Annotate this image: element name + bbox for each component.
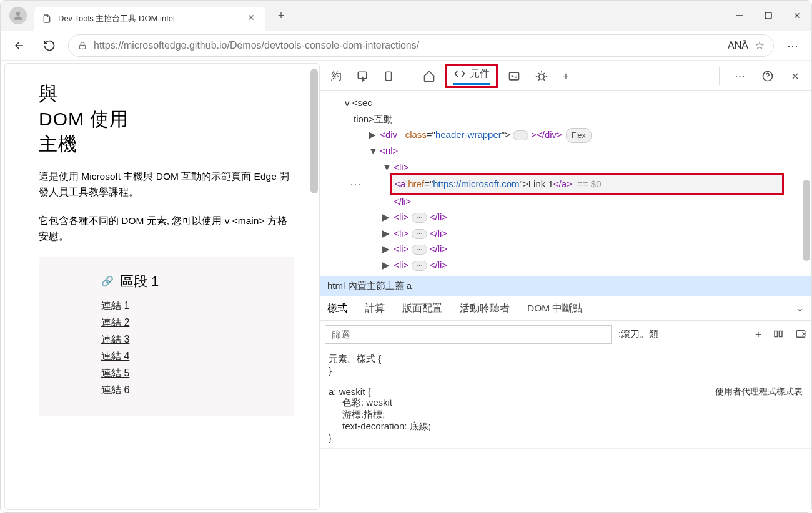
dom-line[interactable]: tion>互動 [354, 111, 811, 127]
minimize-button[interactable] [725, 3, 754, 28]
flexbox-editor-icon[interactable] [773, 328, 784, 341]
page-pane: 與 DOM 使用 主機 這是使用 Microsoft 主機與 DOM 互動的示範… [4, 63, 320, 510]
page-icon [42, 14, 52, 24]
url-text: https://microsoftedge.github.io/Demos/de… [94, 40, 721, 51]
more-tools-button[interactable]: ⋯ [730, 64, 750, 89]
styles-tabs: 樣式 計算 版面配置 活動聆聽者 DOM 中斷點 ⌄ [320, 296, 811, 321]
svg-rect-6 [510, 72, 519, 80]
window-controls [725, 3, 811, 28]
hov-cls-label[interactable]: :滾刀。類 [618, 328, 658, 340]
style-rule-inline[interactable]: 元素。樣式 { } [320, 348, 811, 381]
page-paragraph-1: 這是使用 Microsoft 主機與 DOM 互動的示範頁面 Edge 開發人員… [39, 169, 294, 200]
devtools-tabs: 約 元件 + ⋯ [320, 61, 811, 91]
page-paragraph-2: 它包含各種不同的 DOM 元素, 您可以使用 v <main> 方格 安慰。 [39, 213, 294, 245]
address-bar[interactable]: https://microsoftedge.github.io/Demos/de… [68, 34, 774, 57]
svg-rect-2 [765, 12, 771, 19]
devtools-pane: 約 元件 + ⋯ v <sec tion>互動 [320, 61, 811, 512]
section-heading: 🔗 區段 1 [101, 272, 275, 291]
svg-rect-5 [386, 72, 392, 81]
ua-stylesheet-label: 使用者代理程式樣式表 [715, 386, 803, 398]
styles-tab-styles[interactable]: 樣式 [327, 302, 347, 315]
section-link[interactable]: 連結 5 [101, 367, 275, 380]
dom-breadcrumb[interactable]: html 內置主節上蓋 a [320, 276, 811, 296]
add-tab-button[interactable]: + [558, 64, 574, 89]
back-button[interactable] [8, 34, 31, 57]
devtools-tab-elements[interactable]: 元件 [445, 64, 498, 88]
dom-line[interactable]: ▶ <li> ⋯ </li> [382, 225, 811, 242]
section-links: 連結 1 連結 2 連結 3 連結 4 連結 5 連結 6 [101, 300, 275, 397]
home-icon[interactable] [418, 64, 440, 89]
styles-tab-layout[interactable]: 版面配置 [402, 302, 442, 315]
dom-line[interactable]: ▶ <li> ⋯ </li> [382, 257, 811, 273]
new-style-icon[interactable]: + [755, 328, 761, 341]
style-rule-ua[interactable]: 使用者代理程式樣式表 a: weskit { 色彩: weskit 游標:指標;… [320, 381, 811, 449]
devtools-tab-welcome[interactable]: 約 [326, 64, 347, 89]
maximize-button[interactable] [754, 3, 783, 28]
svg-rect-3 [79, 45, 85, 49]
dom-line[interactable]: ▶ <div class="header-wrapper"> ⋯ ></div>… [369, 127, 811, 143]
device-icon[interactable] [378, 64, 399, 89]
svg-point-7 [539, 74, 544, 79]
titlebar: Dev Tools 主控台工具 DOM intel + [1, 1, 811, 31]
content-row: 與 DOM 使用 主機 這是使用 Microsoft 主機與 DOM 互動的示範… [1, 61, 811, 512]
help-icon[interactable] [756, 64, 779, 89]
favorite-icon[interactable]: ☆ [755, 39, 765, 52]
page-heading: 與 DOM 使用 主機 [39, 81, 294, 157]
new-tab-button[interactable]: + [270, 5, 292, 26]
page-scrollbar[interactable] [310, 69, 318, 193]
styles-tab-listeners[interactable]: 活動聆聽者 [460, 302, 510, 315]
svg-rect-9 [775, 331, 778, 336]
url-badge: ANÄ [728, 40, 748, 51]
more-menu-button[interactable]: ⋯ [781, 34, 804, 57]
url-toolbar: https://microsoftedge.github.io/Demos/de… [1, 31, 811, 61]
close-devtools-button[interactable] [785, 64, 805, 89]
inspect-icon[interactable] [352, 64, 373, 89]
tab-close-icon[interactable] [247, 13, 258, 24]
svg-point-0 [16, 12, 20, 16]
section-link[interactable]: 連結 1 [101, 300, 275, 313]
dom-line[interactable]: v <sec [345, 95, 811, 111]
chevron-down-icon[interactable]: ⌄ [796, 303, 804, 314]
section-box: 🔗 區段 1 連結 1 連結 2 連結 3 連結 4 連結 5 連結 6 [39, 257, 294, 416]
section-link[interactable]: 連結 6 [101, 384, 275, 397]
dom-line[interactable]: ▼ <li> [382, 159, 811, 175]
computed-toggle-icon[interactable] [795, 328, 806, 341]
profile-avatar[interactable] [9, 7, 27, 24]
lock-icon [77, 41, 87, 51]
tab-title: Dev Tools 主控台工具 DOM intel [58, 13, 240, 24]
styles-filter-row: :滾刀。類 + [320, 321, 811, 348]
section-link[interactable]: 連結 2 [101, 316, 275, 330]
browser-tab[interactable]: Dev Tools 主控台工具 DOM intel [34, 7, 265, 31]
refresh-button[interactable] [38, 34, 61, 57]
styles-filter-input[interactable] [325, 325, 612, 344]
close-window-button[interactable] [783, 3, 811, 28]
section-link[interactable]: 連結 4 [101, 350, 275, 363]
dom-line[interactable]: </li> [394, 193, 811, 210]
dom-line[interactable]: ▶ <li> ⋯ </li> [382, 209, 811, 225]
row-actions-icon[interactable]: ⋯ [350, 175, 362, 194]
dom-line[interactable]: ▶ <li> ⋯ </li> [382, 241, 811, 257]
dom-selected-row[interactable]: <a href="https://microsoft.com">Link 1</… [395, 175, 811, 193]
console-icon[interactable] [503, 64, 525, 89]
styles-tab-breakpoints[interactable]: DOM 中斷點 [527, 302, 582, 315]
styles-tab-computed[interactable]: 計算 [365, 302, 385, 315]
svg-rect-10 [780, 331, 783, 336]
link-icon: 🔗 [101, 275, 114, 287]
bug-icon[interactable] [530, 64, 553, 89]
dom-line[interactable]: ▼ <ul> [369, 143, 811, 159]
section-link[interactable]: 連結 3 [101, 333, 275, 346]
dom-tree[interactable]: v <sec tion>互動 ▶ <div class="header-wrap… [320, 91, 811, 276]
